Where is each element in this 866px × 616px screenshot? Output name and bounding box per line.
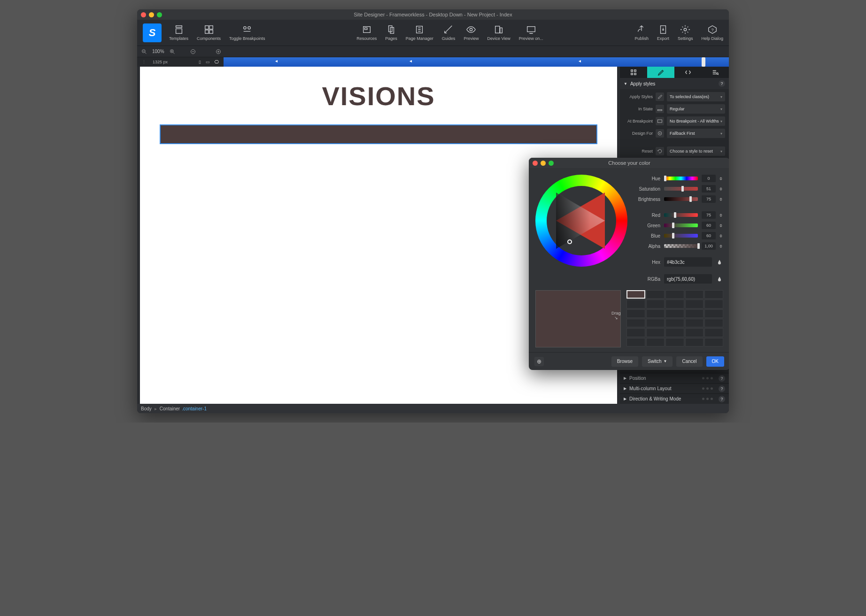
swatch[interactable]: [646, 300, 665, 308]
page-manager-button[interactable]: Page Manager: [406, 24, 433, 41]
help-icon[interactable]: ?: [719, 375, 725, 382]
preview-button[interactable]: Preview: [464, 24, 479, 41]
breakpoint-select[interactable]: No Breakpoint - All Widths: [667, 116, 725, 126]
section-position[interactable]: ▶Position ?: [620, 373, 729, 383]
preview-on-button[interactable]: Preview on...: [519, 24, 543, 41]
templates-button[interactable]: Templates: [169, 24, 188, 41]
export-button[interactable]: Export: [657, 24, 669, 41]
swatch[interactable]: [646, 338, 665, 346]
tab-styles[interactable]: [647, 67, 674, 78]
swatch[interactable]: [665, 319, 684, 327]
swatch[interactable]: [665, 300, 684, 308]
swatch[interactable]: [704, 309, 723, 318]
minimize-icon[interactable]: [149, 12, 154, 17]
color-titlebar[interactable]: Choose your color: [529, 158, 729, 168]
swatch[interactable]: [665, 328, 684, 337]
section-multicolumn[interactable]: ▶Multi-column Layout ?: [620, 383, 729, 393]
swatch[interactable]: [665, 338, 684, 346]
swatch[interactable]: [646, 290, 665, 299]
swatch[interactable]: [685, 338, 704, 346]
swatch[interactable]: [685, 328, 704, 337]
tab-search[interactable]: [702, 67, 729, 78]
device-view-button[interactable]: Device View: [487, 24, 510, 41]
swatch[interactable]: [626, 309, 645, 318]
rgba-input[interactable]: rgb(75,60,60): [664, 274, 712, 284]
swatch[interactable]: [704, 338, 723, 346]
swatch[interactable]: [704, 328, 723, 337]
help-icon[interactable]: ?: [719, 396, 725, 402]
tab-code[interactable]: [674, 67, 702, 78]
swatch[interactable]: [626, 338, 645, 346]
swatch[interactable]: [685, 319, 704, 327]
swatch[interactable]: [626, 300, 645, 308]
decrease-icon[interactable]: [190, 48, 196, 55]
maximize-icon[interactable]: [157, 12, 162, 17]
tablet-icon[interactable]: ▭: [206, 60, 210, 64]
zoom-out-icon[interactable]: [141, 48, 147, 55]
swatch[interactable]: [685, 290, 704, 299]
swatch[interactable]: [685, 309, 704, 318]
reset-select[interactable]: Choose a style to reset: [667, 146, 725, 156]
red-slider[interactable]: Red75: [634, 211, 723, 219]
design-for-select[interactable]: Fallback First: [667, 129, 725, 138]
swatch[interactable]: [626, 319, 645, 327]
reset-icon[interactable]: [656, 147, 664, 155]
breakpoint-ruler[interactable]: ⋮ 1325 px ▯ ▭ 🖵 ◂ ◂ ◂: [137, 57, 729, 67]
swatch[interactable]: [646, 328, 665, 337]
swatch[interactable]: [665, 290, 684, 299]
app-logo-icon[interactable]: S: [143, 23, 162, 42]
desktop-icon[interactable]: 🖵: [215, 60, 219, 64]
cancel-button[interactable]: Cancel: [676, 356, 702, 367]
section-direction[interactable]: ▶Direction & Writing Mode ?: [620, 393, 729, 404]
hue-slider[interactable]: Hue0: [634, 175, 723, 182]
in-state-select[interactable]: Regular: [667, 104, 725, 114]
section-header-apply-styles[interactable]: ▼ Apply styles ?: [620, 78, 729, 89]
swatch[interactable]: [665, 309, 684, 318]
resources-button[interactable]: Resources: [356, 24, 377, 41]
add-swatch-icon[interactable]: ⊕: [534, 357, 544, 366]
swatch[interactable]: [646, 319, 665, 327]
eyedropper-icon[interactable]: [716, 275, 723, 283]
crumb-container[interactable]: Container: [160, 406, 180, 411]
green-slider[interactable]: Green60: [634, 222, 723, 229]
swatch[interactable]: [704, 300, 723, 308]
swatch[interactable]: [685, 300, 704, 308]
alpha-slider[interactable]: Alpha1,00: [634, 242, 723, 250]
apply-styles-select[interactable]: To selected class(es): [667, 92, 725, 101]
ok-button[interactable]: OK: [706, 356, 724, 367]
browse-button[interactable]: Browse: [611, 356, 638, 367]
saturation-slider[interactable]: Saturation51: [634, 185, 723, 192]
zoom-in-icon[interactable]: [169, 48, 176, 55]
tab-grid[interactable]: [620, 67, 647, 78]
swatch[interactable]: [646, 309, 665, 318]
swatch[interactable]: [626, 290, 645, 299]
breakpoint-handle[interactable]: [702, 57, 705, 67]
guides-button[interactable]: Guides: [442, 24, 456, 41]
help-button[interactable]: ?Help Dialog: [701, 24, 723, 41]
settings-button[interactable]: Settings: [678, 24, 693, 41]
switch-button[interactable]: Switch▼: [642, 356, 673, 367]
crumb-body[interactable]: Body: [141, 406, 152, 411]
selected-container[interactable]: [161, 125, 596, 143]
components-button[interactable]: Components: [197, 24, 221, 41]
eyedropper-icon[interactable]: [716, 258, 723, 266]
help-icon[interactable]: ?: [719, 385, 725, 392]
blue-slider[interactable]: Blue60: [634, 232, 723, 239]
toggle-breakpoints-button[interactable]: Toggle Breakpoints: [229, 24, 265, 41]
crumb-class[interactable]: .container-1: [182, 406, 207, 411]
hex-input[interactable]: #4b3c3c: [664, 257, 712, 267]
swatch[interactable]: [704, 290, 723, 299]
close-icon[interactable]: [141, 12, 146, 17]
increase-icon[interactable]: [215, 48, 222, 55]
swatch[interactable]: [704, 319, 723, 327]
color-wheel[interactable]: [535, 175, 627, 267]
color-picker-cursor[interactable]: [567, 239, 572, 244]
heading-visions[interactable]: VISIONS: [140, 81, 617, 111]
swatch-grid[interactable]: [626, 290, 723, 346]
mobile-icon[interactable]: ▯: [199, 60, 201, 64]
brightness-slider[interactable]: Brightness75: [634, 195, 723, 203]
help-icon[interactable]: ?: [719, 80, 725, 87]
pages-button[interactable]: Pages: [385, 24, 397, 41]
publish-button[interactable]: Publish: [634, 24, 649, 41]
swatch[interactable]: [626, 328, 645, 337]
